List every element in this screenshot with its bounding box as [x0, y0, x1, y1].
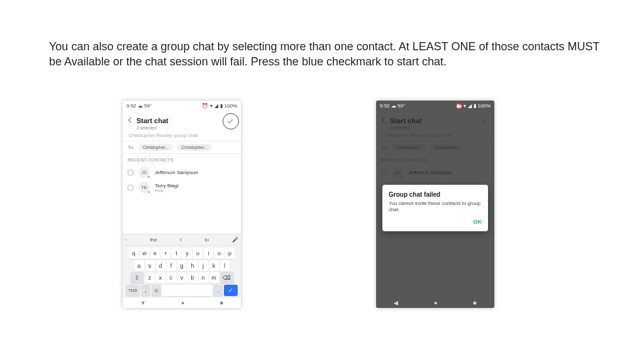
error-dialog: Group chat failed You cannot invite thes…: [382, 185, 488, 231]
instruction-paragraph: You can also create a group chat by sele…: [49, 39, 615, 70]
status-right: ⏰ ▾ ◢ ▮ 100%: [202, 103, 237, 109]
key[interactable]: o: [214, 248, 224, 259]
wifi-icon: ▾: [210, 103, 213, 109]
nav-home-icon[interactable]: ●: [181, 300, 184, 306]
space-key[interactable]: [162, 285, 212, 296]
key[interactable]: b: [188, 272, 197, 283]
key[interactable]: m: [209, 272, 219, 283]
battery-pct: 100%: [225, 103, 237, 109]
key[interactable]: n: [199, 272, 208, 283]
key[interactable]: d: [156, 260, 165, 272]
emoji-key[interactable]: ☺: [152, 285, 161, 296]
key[interactable]: r: [161, 248, 170, 259]
key[interactable]: s: [145, 260, 155, 272]
symbols-key[interactable]: ?123: [126, 285, 140, 296]
back-icon[interactable]: [126, 116, 134, 125]
nav-recent-icon[interactable]: ■: [473, 300, 476, 306]
recent-contacts-label: RECENT CONTACTS: [123, 154, 241, 165]
wifi-icon: ▾: [464, 103, 466, 109]
to-row: To: Christopher... Christopher...: [123, 141, 241, 154]
contact-status: Away: [155, 189, 179, 192]
key[interactable]: x: [156, 272, 165, 283]
key[interactable]: w: [140, 248, 149, 259]
to-label: To:: [128, 145, 135, 150]
alarm-icon: ⏰: [202, 103, 208, 109]
key[interactable]: v: [177, 272, 187, 283]
dialog-message: You cannot invite these contacts to grou…: [389, 200, 482, 214]
period-key[interactable]: .: [213, 285, 223, 296]
battery-icon: ▮: [474, 103, 476, 109]
key-row: q w e r t y u i o p: [125, 248, 239, 259]
keyboard: › the I to 🎤 q w e r t y u i o p a s d: [123, 234, 241, 308]
status-right: ⏰ ▾ ◢ ▮ 100%: [455, 103, 491, 109]
key[interactable]: a: [135, 260, 144, 272]
suggestion[interactable]: I: [180, 237, 181, 243]
presence-dot: [147, 175, 150, 178]
shift-key[interactable]: ⇧: [130, 272, 144, 283]
key[interactable]: g: [177, 260, 187, 272]
key[interactable]: k: [209, 260, 219, 272]
checkbox[interactable]: [128, 170, 133, 175]
mic-icon[interactable]: 🎤: [232, 237, 238, 243]
key[interactable]: z: [145, 272, 155, 283]
key[interactable]: t: [172, 248, 181, 259]
contact-row[interactable]: TB Terry BiagiAway: [123, 180, 241, 195]
signal-icon: ◢: [468, 103, 472, 109]
battery-pct: 100%: [478, 103, 491, 109]
key[interactable]: p: [225, 248, 235, 259]
status-bar: 9:52 ☁ 59° ⏰ ▾ ◢ ▮ 100%: [123, 101, 241, 111]
dialog-ok-button[interactable]: OK: [389, 219, 482, 225]
key[interactable]: h: [188, 260, 197, 272]
key-row: ⇧ z x c v b n m ⌫: [125, 272, 239, 283]
suggestion[interactable]: to: [204, 237, 209, 243]
contact-name: Jefferson Sampson: [155, 170, 198, 175]
checkbox[interactable]: [128, 185, 133, 190]
group-name-field[interactable]: Christopher Rickley group chat: [123, 130, 241, 141]
status-bar: 9:52 ☁ 59° ⏰ ▾ ◢ ▮ 100%: [376, 101, 494, 111]
key[interactable]: i: [204, 248, 213, 259]
avatar: TB: [138, 182, 150, 193]
comma-key[interactable]: ,: [141, 285, 150, 296]
suggestion[interactable]: the: [150, 237, 157, 243]
alarm-icon: ⏰: [455, 103, 462, 109]
key[interactable]: q: [129, 248, 138, 259]
backspace-key[interactable]: ⌫: [220, 272, 234, 283]
signal-icon: ◢: [214, 103, 218, 109]
avatar: JS: [138, 167, 150, 178]
phone-group-chat-failed: 9:52 ☁ 59° ⏰ ▾ ◢ ▮ 100% Start chat 2 sel…: [376, 101, 494, 308]
key-row: a s d f g h j k l: [125, 260, 239, 272]
android-navbar: ▼ ● ■: [123, 298, 241, 308]
app-header: Start chat: [123, 111, 241, 131]
recipient-chip[interactable]: Christopher...: [138, 144, 174, 151]
confirm-check-button[interactable]: [225, 116, 236, 127]
nav-back-icon[interactable]: ◀: [394, 300, 398, 306]
nav-home-icon[interactable]: ●: [434, 300, 437, 306]
android-navbar: ◀ ● ■: [376, 298, 494, 308]
dialog-title: Group chat failed: [389, 191, 482, 198]
contact-name: Terry Biagi: [155, 183, 179, 189]
suggestion-bar: › the I to 🎤: [123, 234, 241, 246]
status-time: 9:52 ☁ 59°: [126, 103, 152, 109]
phone-start-chat: 9:52 ☁ 59° ⏰ ▾ ◢ ▮ 100% Start chat 2 sel…: [123, 101, 241, 308]
battery-icon: ▮: [220, 103, 223, 109]
recipient-chip[interactable]: Christopher...: [177, 144, 212, 151]
status-time: 9:52 ☁ 59°: [380, 103, 405, 109]
key[interactable]: e: [150, 248, 160, 259]
key[interactable]: j: [199, 260, 208, 272]
contact-row[interactable]: JS Jefferson Sampson: [123, 165, 241, 180]
key[interactable]: u: [193, 248, 203, 259]
key-row: ?123 , ☺ . ✓: [125, 285, 239, 296]
key[interactable]: l: [220, 260, 230, 272]
nav-recent-icon[interactable]: ■: [220, 300, 223, 306]
expand-icon[interactable]: ›: [125, 237, 127, 243]
presence-dot: [147, 190, 150, 194]
page-title: Start chat: [136, 117, 169, 124]
key[interactable]: y: [182, 248, 192, 259]
key[interactable]: f: [167, 260, 176, 272]
key[interactable]: c: [167, 272, 176, 283]
nav-back-icon[interactable]: ▼: [140, 300, 146, 306]
enter-key[interactable]: ✓: [224, 285, 238, 296]
